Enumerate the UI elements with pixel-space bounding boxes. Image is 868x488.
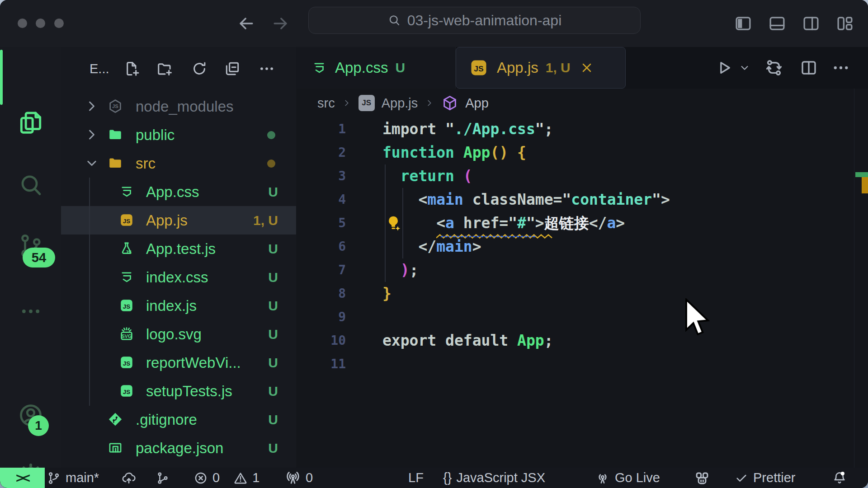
file-name: src: [136, 149, 156, 178]
error-icon: [193, 471, 208, 485]
breadcrumb-symbol[interactable]: App: [465, 96, 489, 111]
traffic-zoom-button[interactable]: [54, 19, 64, 28]
remote-indicator[interactable]: ><: [0, 468, 45, 488]
sidebar-item-search[interactable]: [0, 164, 61, 207]
go-live-status[interactable]: Go Live: [595, 468, 660, 488]
split-editor-icon[interactable]: [799, 58, 818, 77]
git-branch-status[interactable]: main*: [47, 468, 99, 488]
code-line-9: 9: [296, 305, 868, 329]
refresh-icon[interactable]: [191, 60, 208, 77]
language-label: JavaScript JSX: [456, 470, 545, 485]
tree-item-index-js[interactable]: JSindex.jsU: [61, 291, 296, 320]
code-line-5: 5 <a href="#">超链接</a>: [296, 211, 868, 235]
command-center-search[interactable]: 03-js-web-animation-api: [308, 7, 641, 34]
code-text: <main className="container">: [346, 188, 670, 211]
tree-item-reportwebvi-[interactable]: JSreportWebVi...U: [61, 348, 296, 377]
svg-text:JS: JS: [123, 389, 130, 395]
tab-label: App.js: [497, 59, 538, 76]
customize-layout-icon[interactable]: [835, 14, 854, 33]
copilot-status[interactable]: [693, 468, 711, 488]
remote-icon: ><: [16, 470, 29, 486]
tree-item-app-css[interactable]: App.cssU: [61, 178, 296, 206]
js-file-icon: JS: [469, 58, 489, 78]
tree-item-package-json[interactable]: package.jsonU: [61, 434, 296, 462]
close-icon[interactable]: [580, 61, 594, 75]
tree-item-setuptests-js[interactable]: JSsetupTests.jsU: [61, 377, 296, 405]
code-line-10: 10export default App;: [296, 329, 868, 352]
git-status-badge: U: [268, 348, 278, 377]
change-dot: [267, 160, 275, 168]
sidebar-item-source-control[interactable]: 54: [0, 224, 61, 267]
prettier-status[interactable]: Prettier: [734, 468, 795, 488]
nodejs-hex-icon: JS: [108, 99, 123, 114]
sidebar-item-explorer[interactable]: [0, 101, 61, 145]
file-name: setupTests.js: [146, 377, 232, 405]
symbol-cube-icon: [441, 94, 458, 112]
toggle-primary-sidebar-icon[interactable]: [734, 14, 753, 33]
traffic-minimize-button[interactable]: [36, 19, 45, 28]
code-line-1: 1import "./App.css";: [296, 117, 868, 141]
language-status[interactable]: {} JavaScript JSX: [443, 468, 545, 488]
tree-item-app-js[interactable]: JSApp.js1, U: [61, 206, 296, 235]
breadcrumb-src[interactable]: src: [317, 96, 335, 111]
accounts-button[interactable]: 1: [0, 394, 61, 437]
folder-icon: [108, 127, 123, 142]
file-name: App.test.js: [146, 235, 216, 263]
git-icon: [108, 412, 123, 427]
lightbulb-icon[interactable]: [383, 214, 403, 234]
chevron-right-icon[interactable]: [84, 98, 100, 114]
copilot-icon: [693, 469, 711, 487]
css3-icon: [119, 184, 134, 199]
toggle-secondary-sidebar-icon[interactable]: [802, 14, 821, 33]
eol-status[interactable]: LF: [408, 468, 424, 488]
code-line-7: 7 );: [296, 258, 868, 282]
tree-item-app-test-js[interactable]: JSApp.test.jsU: [61, 235, 296, 263]
code-line-8: 8}: [296, 282, 868, 305]
navigate-forward-icon[interactable]: [270, 14, 290, 33]
compare-changes-icon[interactable]: [764, 58, 784, 78]
tab-app-css[interactable]: App.css U: [296, 47, 456, 89]
tree-item-index-css[interactable]: index.cssU: [61, 263, 296, 291]
more-actions-icon[interactable]: [258, 60, 275, 77]
js-badge-icon: JS: [359, 95, 375, 111]
braces-icon: {}: [443, 470, 452, 485]
navigate-back-icon[interactable]: [236, 14, 256, 33]
tree-item-node-modules[interactable]: JSnode_modules: [61, 92, 296, 121]
breadcrumb-file[interactable]: App.js: [382, 96, 418, 111]
tab-app-js-active[interactable]: JS App.js 1, U: [456, 47, 626, 89]
publish-status[interactable]: [121, 468, 137, 488]
traffic-close-button[interactable]: [18, 19, 27, 28]
notifications-status[interactable]: [832, 468, 847, 488]
run-button[interactable]: [714, 58, 733, 77]
svg-text:JS: JS: [123, 360, 130, 367]
editor-more-actions-icon[interactable]: [831, 58, 850, 77]
git-graph-status[interactable]: [156, 468, 170, 488]
code-text: [346, 352, 382, 376]
sidebar-item-more[interactable]: [0, 290, 61, 333]
line-number: 9: [296, 305, 346, 329]
tree-item-public[interactable]: public: [61, 121, 296, 149]
line-number: 11: [296, 352, 346, 376]
ports-status[interactable]: 0: [285, 468, 313, 488]
new-file-icon[interactable]: [123, 60, 141, 77]
git-graph-icon: [156, 471, 170, 485]
line-number: 6: [296, 235, 346, 258]
branch-name: main*: [66, 470, 99, 485]
status-bar: >< main* 0 1 0 LF {} JavaScript JSX Go L…: [0, 468, 868, 488]
collapse-all-icon[interactable]: [224, 60, 241, 77]
tab-badge: 1, U: [546, 60, 571, 75]
tree-item-src[interactable]: src: [61, 149, 296, 178]
tree-item-logo-svg[interactable]: SVGlogo.svgU: [61, 320, 296, 348]
code-editor[interactable]: 1import "./App.css";2function App() {3 r…: [296, 117, 868, 468]
chevron-right-icon[interactable]: [84, 127, 100, 143]
new-folder-icon[interactable]: [156, 60, 174, 77]
toggle-panel-icon[interactable]: [768, 14, 787, 33]
problems-status[interactable]: 0 1: [193, 468, 259, 488]
overview-modified-marker: [855, 172, 868, 177]
run-dropdown-icon[interactable]: [738, 61, 751, 74]
tree-item--gitignore[interactable]: .gitignoreU: [61, 405, 296, 434]
branch-icon: [47, 471, 61, 485]
git-status-badge: U: [268, 178, 278, 206]
js-square-icon: JS: [119, 212, 134, 228]
chevron-down-icon[interactable]: [84, 155, 100, 171]
